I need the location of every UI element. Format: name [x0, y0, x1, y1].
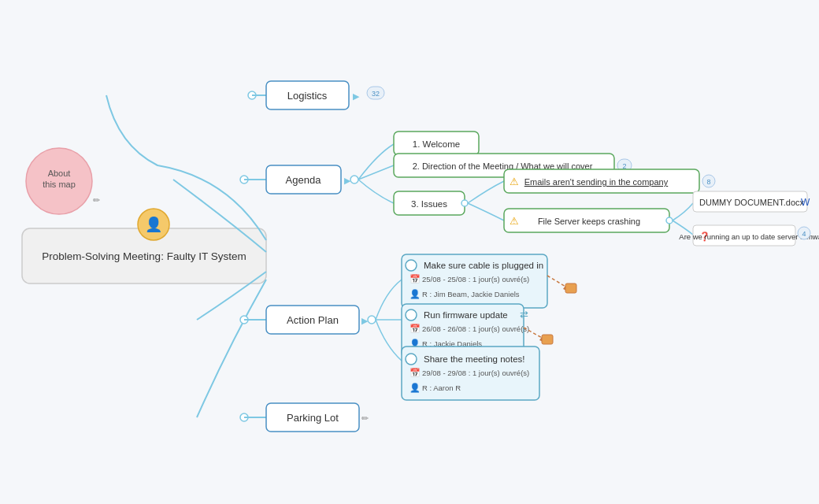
task1-date: 25/08 - 25/08 : 1 jour(s) ouvré(s) [422, 275, 529, 284]
agenda-right-connector [350, 176, 358, 183]
task1-assigned: R : Jim Beam, Jackie Daniels [422, 290, 520, 298]
about-label-line1: About [48, 169, 71, 178]
task1-arrow-box [565, 284, 576, 293]
emails-warning-icon: ⚠ [510, 176, 519, 187]
about-label-line2: this map [43, 180, 76, 189]
task2-date: 26/08 - 26/08 : 1 jour(s) ouvré(s) [422, 324, 529, 333]
welcome-label: 1. Welcome [413, 139, 461, 149]
issues-connector [461, 200, 468, 206]
fileserver-connector [666, 217, 673, 224]
task2-cal-icon: 📅 [410, 323, 421, 334]
task3-title: Share the meeting notes! [424, 354, 525, 364]
parking-lot-label: Parking Lot [287, 412, 339, 424]
task3-status-icon [406, 354, 417, 365]
about-edit-icon[interactable]: ✏ [93, 195, 101, 205]
center-avatar-icon: 👤 [145, 216, 163, 233]
fileserver-label: File Server keeps crashing [538, 217, 640, 226]
task1-person-icon: 👤 [410, 288, 421, 299]
word-icon: W [801, 197, 810, 208]
fileserver-warning-icon: ⚠ [510, 215, 519, 227]
dummy-doc-label: DUMMY DOCUMENT.docx [699, 198, 805, 207]
center-label: Problem-Solving Meeting: Faulty IT Syste… [42, 250, 246, 262]
logistics-label: Logistics [287, 90, 328, 102]
task1-cal-icon: 📅 [410, 273, 421, 284]
task3-person-icon: 👤 [410, 382, 421, 393]
task2-status-icon [406, 309, 417, 321]
task3-assigned: R : Aaron R [422, 384, 461, 392]
parking-lot-edit-icon[interactable]: ✏ [361, 413, 369, 423]
emails-badge: 8 [706, 178, 710, 186]
task3-date: 29/08 - 29/08 : 1 jour(s) ouvré(s) [422, 369, 529, 377]
firmware-badge: 4 [802, 230, 806, 238]
task2-sync-icon: ⇄ [520, 309, 528, 321]
logistics-arrow-icon[interactable]: ▶ [353, 91, 360, 101]
task2-arrow-box [542, 335, 553, 344]
task3-cal-icon: 📅 [410, 367, 421, 378]
issues-label: 3. Issues [411, 199, 447, 209]
task2-title: Run firmware update [424, 310, 508, 320]
action-plan-label: Action Plan [287, 314, 339, 326]
logistics-badge: 32 [372, 90, 380, 98]
emails-label: Emails aren't sending in the company [524, 177, 669, 187]
task1-status-icon [406, 260, 417, 271]
task1-title: Make sure cable is plugged in [424, 261, 543, 270]
agenda-label: Agenda [286, 174, 322, 186]
action-plan-right-connector [368, 316, 376, 324]
